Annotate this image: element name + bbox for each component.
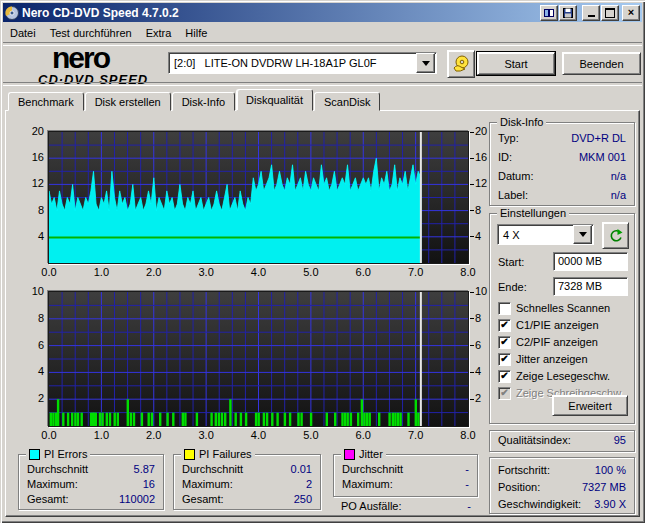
pi-errors-label: Durchschnitt xyxy=(27,463,88,475)
start-button[interactable]: Start xyxy=(477,52,555,75)
speed-select-arrow[interactable] xyxy=(573,225,592,244)
tab-benchmark[interactable]: Benchmark xyxy=(8,92,84,111)
po-failures-row: PO Ausfälle: - xyxy=(341,500,471,512)
maximize-button[interactable] xyxy=(601,5,619,21)
x-axis-label: 5.0 xyxy=(299,266,323,278)
pi-failures-label: Maximum: xyxy=(182,478,233,490)
drive-select[interactable]: [2:0] LITE-ON DVDRW LH-18A1P GL0F xyxy=(168,52,437,74)
y-axis-label: 4 xyxy=(20,230,44,242)
floppy-disk-icon xyxy=(563,8,573,18)
pi-failures-swatch xyxy=(184,449,195,460)
po-failures-label: PO Ausfälle: xyxy=(341,500,402,512)
menu-bar: DateiTest durchführenExtraHilfe xyxy=(3,23,642,42)
x-axis-label: 4.0 xyxy=(247,429,271,441)
jitter-stats: Jitter Durchschnitt-Maximum:- xyxy=(333,454,478,497)
x-axis-label: 2.0 xyxy=(142,266,166,278)
x-axis-label: 7.0 xyxy=(404,266,428,278)
x-axis-label: 0.0 xyxy=(37,429,61,441)
pi-failures-value: 0.01 xyxy=(291,463,312,475)
x-axis-label: 1.0 xyxy=(89,429,113,441)
progress-label: Geschwindigkeit: xyxy=(498,498,581,510)
save-image-button[interactable] xyxy=(559,5,577,21)
x-axis-label: 1.0 xyxy=(89,266,113,278)
progress-label: Position: xyxy=(498,481,540,493)
x-axis-label: 6.0 xyxy=(351,429,375,441)
pi-errors-plot xyxy=(49,132,468,263)
quit-button[interactable]: Beenden xyxy=(562,52,641,75)
y-axis-label: 8 xyxy=(20,312,44,324)
checkbox-row: Schnelles Scannen xyxy=(498,301,610,315)
checkbox-schnelles-scannen[interactable] xyxy=(498,302,511,315)
disk-info-group: Disk-Info Typ:DVD+R DLID:MKM 001Datum:n/… xyxy=(489,122,635,206)
progress-row: Position:7327 MB xyxy=(498,481,626,493)
menu-item-hilfe[interactable]: Hilfe xyxy=(178,25,214,41)
jitter-swatch xyxy=(344,449,355,460)
jitter-label: Maximum: xyxy=(342,478,393,490)
checkbox-jitter-anzeigen[interactable]: ✔ xyxy=(498,353,511,366)
app-icon xyxy=(5,6,19,20)
speed-select[interactable]: 4 X xyxy=(497,224,594,245)
book-icon xyxy=(544,8,554,18)
checkbox-row: ✔Jitter anzeigen xyxy=(498,352,588,366)
disk-info-row: Typ:DVD+R DL xyxy=(498,132,626,144)
y-axis-label: 20 xyxy=(20,125,44,137)
pi-errors-value: 110002 xyxy=(119,493,155,505)
progress-value: 3.90 X xyxy=(594,498,626,510)
pi-errors-chart: 44881212161620200.01.02.03.04.05.06.07.0… xyxy=(48,131,469,264)
x-axis-label: 6.0 xyxy=(351,266,375,278)
x-axis-label: 0.0 xyxy=(37,266,61,278)
close-button[interactable]: × xyxy=(622,5,640,21)
tab-diskqualit-t[interactable]: Diskqualität xyxy=(236,89,313,111)
menu-item-test-durchf-hren[interactable]: Test durchführen xyxy=(43,25,139,41)
disk-info-label: Typ: xyxy=(498,132,519,144)
menu-item-extra[interactable]: Extra xyxy=(139,25,179,41)
tab-disk-erstellen[interactable]: Disk erstellen xyxy=(85,92,171,111)
speed-select-value: 4 X xyxy=(498,229,573,241)
pi-failures-stats: PI Failures Durchschnitt0.01Maximum:2Ges… xyxy=(173,454,321,510)
jitter-value: - xyxy=(465,478,469,490)
checkbox-c2-pif-anzeigen[interactable]: ✔ xyxy=(498,336,511,349)
pi-failures-row: Gesamt:250 xyxy=(182,493,312,505)
eject-button[interactable] xyxy=(447,50,475,78)
separator xyxy=(3,82,642,86)
disk-info-label: Datum: xyxy=(498,170,533,182)
po-failures-value: - xyxy=(467,500,471,512)
disk-info-value: MKM 001 xyxy=(579,151,626,163)
end-position-field[interactable]: 7328 MB xyxy=(553,277,628,296)
advanced-button[interactable]: Erweitert xyxy=(552,395,628,416)
tab-disk-info[interactable]: Disk-Info xyxy=(172,92,235,111)
y-axis-label: 12 xyxy=(20,177,44,189)
pi-errors-stats: PI Errors Durchschnitt5.87Maximum:16Gesa… xyxy=(18,454,164,510)
checkbox-label: Jitter anzeigen xyxy=(516,353,588,365)
start-position-field[interactable]: 0000 MB xyxy=(553,252,628,271)
tab-scandisk[interactable]: ScanDisk xyxy=(314,92,380,111)
progress-row: Geschwindigkeit:3.90 X xyxy=(498,498,626,510)
pi-failures-label: Durchschnitt xyxy=(182,463,243,475)
y-axis-label: 10 xyxy=(20,285,44,297)
nero-logo: nero xyxy=(52,44,109,72)
pi-failures-title: PI Failures xyxy=(199,448,252,460)
disk-info-value: n/a xyxy=(611,170,626,182)
x-axis-label: 3.0 xyxy=(194,429,218,441)
disk-info-label: ID: xyxy=(498,151,512,163)
minimize-button[interactable] xyxy=(582,5,600,21)
pi-errors-value: 16 xyxy=(143,478,155,490)
checkbox-row: ✔C2/PIF anzeigen xyxy=(498,335,598,349)
drive-select-arrow[interactable] xyxy=(416,53,435,73)
checkbox-row: ✔Zeige Lesegeschw. xyxy=(498,369,610,383)
pi-failures-row: Maximum:2 xyxy=(182,478,312,490)
disk-info-label: Label: xyxy=(498,189,528,201)
checkbox-zeige-lesegeschw-[interactable]: ✔ xyxy=(498,370,511,383)
checkbox-c1-pie-anzeigen[interactable]: ✔ xyxy=(498,319,511,332)
pi-errors-row: Durchschnitt5.87 xyxy=(27,463,155,475)
y-axis-label: 2 xyxy=(20,392,44,404)
settings-group: Einstellungen 4 X Start: 0000 MB Ende: 7… xyxy=(489,213,635,424)
y-axis-label: 4 xyxy=(20,365,44,377)
window-title: Nero CD-DVD Speed 4.7.0.2 xyxy=(22,6,539,20)
refresh-button[interactable] xyxy=(602,222,629,249)
menu-item-datei[interactable]: Datei xyxy=(3,25,43,41)
copy-image-button[interactable] xyxy=(540,5,558,21)
y-axis-label: 16 xyxy=(20,151,44,163)
checkbox-label: C2/PIF anzeigen xyxy=(516,336,598,348)
disk-info-row: Label:n/a xyxy=(498,189,626,201)
